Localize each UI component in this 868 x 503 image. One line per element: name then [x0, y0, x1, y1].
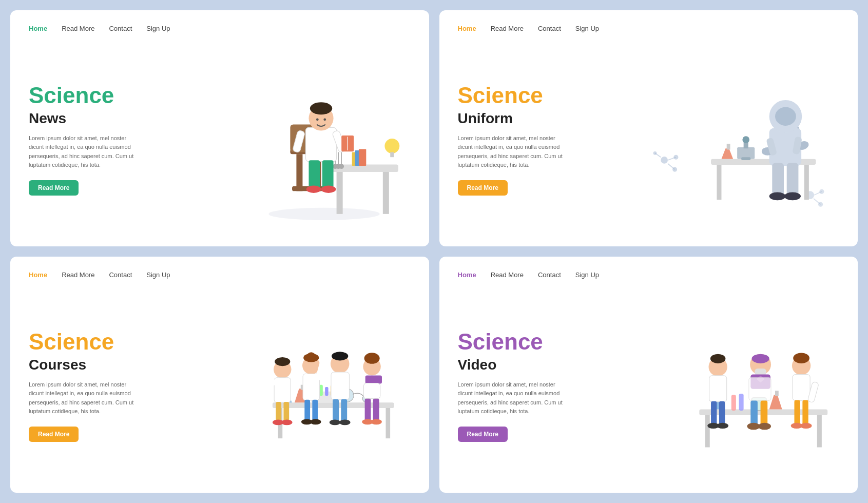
nav-signup-3[interactable]: Sign Up	[146, 271, 170, 279]
desc-science-video: Lorem ipsum dolor sit amet, mel noster d…	[458, 380, 571, 416]
svg-rect-48	[727, 144, 730, 149]
nav-readmore-1[interactable]: Read More	[62, 25, 94, 32]
content-science-video: Science Video Lorem ipsum dolor sit amet…	[458, 288, 840, 478]
svg-point-96	[332, 352, 348, 360]
svg-point-100	[329, 420, 340, 425]
svg-rect-117	[775, 391, 779, 396]
svg-rect-7	[382, 171, 389, 214]
svg-rect-56	[772, 163, 784, 195]
svg-point-35	[673, 155, 678, 160]
svg-rect-131	[711, 401, 717, 424]
card-science-video: Home Read More Contact Sign Up Science V…	[439, 257, 858, 493]
svg-rect-73	[319, 385, 322, 396]
svg-point-129	[710, 354, 726, 363]
btn-readmore-news[interactable]: Read More	[29, 180, 79, 196]
nav-contact-1[interactable]: Contact	[109, 25, 132, 32]
nav-readmore-2[interactable]: Read More	[491, 25, 524, 32]
btn-readmore-uniform[interactable]: Read More	[458, 180, 508, 196]
nav-home-1[interactable]: Home	[29, 25, 47, 32]
svg-rect-104	[365, 375, 381, 383]
text-science-uniform: Science Uniform Lorem ipsum dolor sit am…	[458, 42, 630, 232]
svg-rect-107	[373, 399, 379, 421]
nav-signup-4[interactable]: Sign Up	[575, 271, 599, 279]
svg-rect-97	[331, 372, 350, 400]
scientist-desk-svg	[201, 42, 411, 232]
svg-point-101	[339, 420, 351, 425]
svg-rect-114	[731, 395, 736, 411]
svg-point-18	[384, 139, 399, 153]
title-science-courses-sub: Courses	[29, 357, 201, 373]
title-science-video-large: Science	[458, 330, 630, 354]
title-science-news-sub: News	[29, 110, 201, 127]
svg-point-58	[769, 192, 786, 200]
illus-science-video	[629, 288, 839, 478]
svg-rect-123	[749, 377, 771, 400]
svg-rect-91	[312, 400, 318, 421]
btn-readmore-video[interactable]: Read More	[458, 427, 508, 442]
svg-rect-81	[276, 402, 281, 421]
content-science-courses: Science Courses Lorem ipsum dolor sit am…	[29, 288, 411, 478]
nav-signup-1[interactable]: Sign Up	[146, 25, 170, 32]
svg-rect-46	[717, 165, 721, 200]
svg-point-33	[661, 157, 668, 164]
nav-home-4[interactable]: Home	[458, 271, 476, 279]
svg-point-79	[275, 357, 290, 366]
text-science-news: Science News Lorem ipsum dolor sit amet,…	[29, 42, 201, 232]
desc-science-courses: Lorem ipsum dolor sit amet, mel noster d…	[29, 380, 142, 416]
svg-point-44	[818, 202, 823, 207]
svg-point-126	[747, 423, 760, 430]
svg-point-39	[653, 151, 657, 155]
video-lab-svg	[629, 288, 839, 478]
svg-rect-106	[364, 399, 371, 421]
svg-point-141	[800, 423, 812, 429]
svg-rect-68	[385, 408, 390, 438]
illus-science-news	[201, 42, 411, 232]
nav-readmore-3[interactable]: Read More	[62, 271, 94, 279]
svg-rect-130	[709, 376, 727, 402]
svg-point-61	[775, 107, 796, 126]
svg-point-26	[310, 102, 332, 114]
nav-science-news: Home Read More Contact Sign Up	[29, 25, 411, 32]
svg-rect-139	[802, 400, 808, 424]
svg-point-24	[321, 186, 336, 193]
svg-rect-52	[741, 157, 750, 160]
svg-point-59	[784, 192, 801, 200]
svg-point-84	[281, 420, 293, 425]
card-science-news: Home Read More Contact Sign Up Science N…	[10, 10, 429, 246]
desc-science-uniform: Lorem ipsum dolor sit amet, mel noster d…	[458, 134, 571, 170]
svg-rect-11	[358, 149, 365, 166]
svg-rect-82	[283, 402, 289, 421]
nav-contact-3[interactable]: Contact	[109, 271, 132, 279]
svg-rect-21	[308, 160, 320, 188]
nav-science-video: Home Read More Contact Sign Up	[458, 271, 840, 279]
nav-readmore-4[interactable]: Read More	[491, 271, 524, 279]
card-science-uniform: Home Read More Contact Sign Up Science U…	[439, 10, 858, 246]
svg-point-37	[672, 167, 677, 172]
svg-rect-124	[750, 401, 758, 425]
svg-rect-57	[787, 163, 799, 195]
svg-rect-115	[739, 394, 744, 411]
svg-point-127	[758, 423, 771, 430]
nav-contact-4[interactable]: Contact	[538, 271, 561, 279]
title-science-uniform-large: Science	[458, 83, 630, 108]
svg-rect-105	[363, 383, 380, 399]
svg-rect-111	[705, 415, 710, 447]
svg-rect-20	[305, 127, 336, 161]
nav-contact-2[interactable]: Contact	[538, 25, 561, 32]
svg-point-93	[310, 419, 321, 424]
nav-signup-2[interactable]: Sign Up	[575, 25, 599, 32]
svg-rect-132	[719, 401, 725, 424]
svg-rect-2	[296, 154, 302, 191]
nav-home-2[interactable]: Home	[458, 25, 476, 32]
svg-point-42	[819, 189, 824, 194]
svg-rect-6	[336, 171, 342, 214]
content-science-news: Science News Lorem ipsum dolor sit amet,…	[29, 42, 411, 232]
nav-science-uniform: Home Read More Contact Sign Up	[458, 25, 840, 32]
svg-rect-74	[325, 387, 328, 396]
hazmat-scientist-svg	[629, 42, 839, 232]
title-science-courses-large: Science	[29, 330, 201, 354]
btn-readmore-courses[interactable]: Read More	[29, 427, 79, 442]
nav-home-3[interactable]: Home	[29, 271, 47, 279]
svg-point-109	[371, 419, 382, 424]
svg-rect-125	[761, 401, 768, 425]
